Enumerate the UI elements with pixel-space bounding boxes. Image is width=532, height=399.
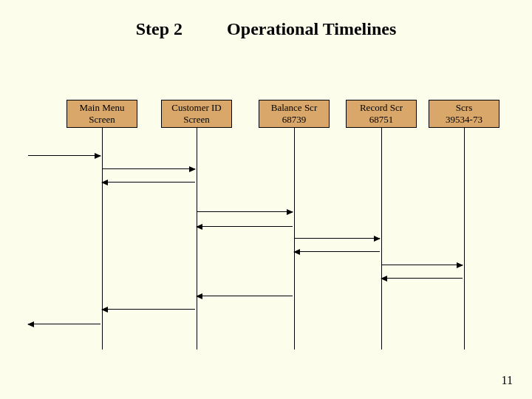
page-number: 11 bbox=[502, 374, 513, 387]
arrow-left-icon bbox=[102, 182, 195, 183]
arrow-left-icon bbox=[102, 309, 195, 310]
arrow-left-icon bbox=[381, 278, 463, 279]
box-line2: 68751 bbox=[369, 114, 394, 125]
arrow-right-icon bbox=[381, 265, 463, 265]
step-label: Step 2 bbox=[136, 19, 183, 39]
box-record-scr: Record Scr 68751 bbox=[346, 100, 417, 128]
lifeline bbox=[381, 128, 382, 349]
arrow-right-icon bbox=[294, 238, 380, 239]
arrow-left-icon bbox=[294, 251, 380, 252]
box-line2: Screen bbox=[183, 114, 209, 125]
box-balance-scr: Balance Scr 68739 bbox=[259, 100, 330, 128]
lifeline bbox=[102, 128, 103, 349]
box-customer-id: Customer ID Screen bbox=[161, 100, 232, 128]
box-line1: Balance Scr bbox=[271, 102, 317, 113]
box-line2: Screen bbox=[89, 114, 115, 125]
arrow-left-icon bbox=[197, 226, 293, 227]
diagram-title-row: Step 2 Operational Timelines bbox=[0, 19, 532, 39]
arrow-right-icon bbox=[102, 168, 195, 169]
box-line2: 68739 bbox=[282, 114, 307, 125]
arrow-right-icon bbox=[28, 155, 100, 156]
box-line1: Customer ID bbox=[171, 102, 222, 113]
lifeline bbox=[197, 128, 197, 349]
box-line1: Record Scr bbox=[360, 102, 403, 113]
box-line2: 39534-73 bbox=[446, 114, 482, 125]
box-main-menu: Main Menu Screen bbox=[66, 100, 137, 128]
arrow-right-icon bbox=[197, 211, 293, 212]
lifeline bbox=[464, 128, 465, 349]
arrow-left-icon bbox=[28, 324, 100, 324]
box-line1: Scrs bbox=[456, 102, 472, 113]
lifeline bbox=[294, 128, 295, 349]
arrow-left-icon bbox=[197, 296, 293, 296]
main-title: Operational Timelines bbox=[227, 19, 396, 39]
box-line1: Main Menu bbox=[79, 102, 124, 113]
box-scrs: Scrs 39534-73 bbox=[429, 100, 499, 128]
